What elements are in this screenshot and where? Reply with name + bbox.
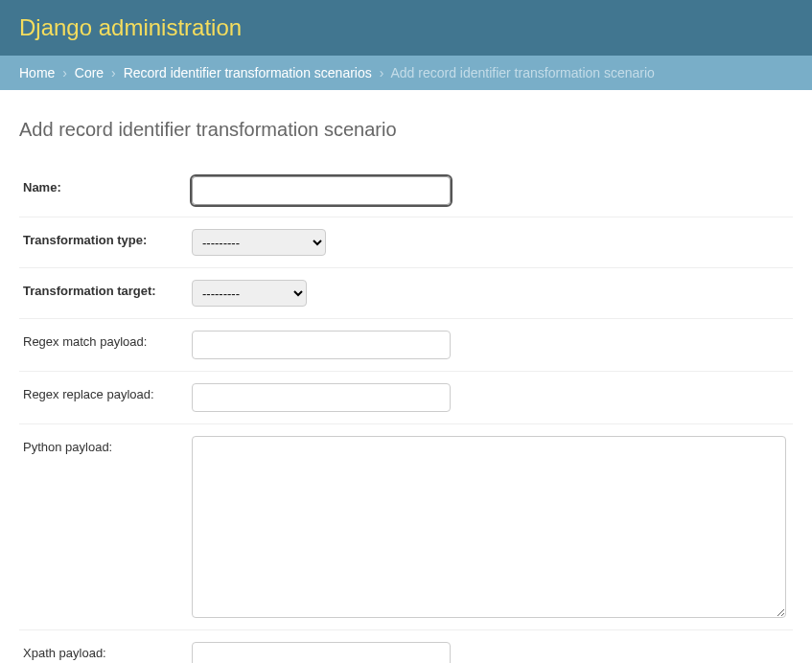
regex-replace-input[interactable]	[192, 383, 451, 412]
regex-match-label: Regex match payload:	[19, 331, 192, 349]
page-title: Add record identifier transformation sce…	[19, 119, 793, 141]
form-row-name: Name:	[19, 165, 793, 217]
breadcrumb-separator: ›	[62, 65, 67, 80]
form-row-transformation-target: Transformation target: ---------	[19, 268, 793, 319]
transformation-target-select[interactable]: ---------	[192, 280, 307, 307]
python-payload-label: Python payload:	[19, 436, 192, 454]
transformation-type-select[interactable]: ---------	[192, 229, 326, 256]
form-row-python-payload: Python payload:	[19, 424, 793, 630]
breadcrumb-separator: ›	[380, 65, 384, 80]
regex-match-input[interactable]	[192, 331, 451, 359]
breadcrumb-current: Add record identifier transformation sce…	[390, 65, 654, 80]
name-label: Name:	[19, 176, 192, 194]
form-row-xpath-payload: Xpath payload:	[19, 630, 793, 663]
name-input[interactable]	[192, 176, 451, 205]
xpath-payload-input[interactable]	[192, 642, 451, 663]
python-payload-textarea[interactable]	[192, 436, 786, 618]
breadcrumbs: Home › Core › Record identifier transfor…	[0, 56, 812, 90]
breadcrumb-app[interactable]: Core	[75, 65, 104, 80]
breadcrumb-model[interactable]: Record identifier transformation scenari…	[124, 65, 372, 80]
xpath-payload-label: Xpath payload:	[19, 642, 192, 660]
content-main: Add record identifier transformation sce…	[0, 90, 812, 663]
form-row-regex-match: Regex match payload:	[19, 319, 793, 372]
breadcrumb-separator: ›	[111, 65, 116, 80]
form-row-regex-replace: Regex replace payload:	[19, 372, 793, 424]
regex-replace-label: Regex replace payload:	[19, 383, 192, 401]
breadcrumb-home[interactable]: Home	[19, 65, 55, 80]
transformation-type-label: Transformation type:	[19, 229, 192, 247]
site-header: Django administration	[0, 0, 812, 56]
transformation-target-label: Transformation target:	[19, 280, 192, 298]
form-row-transformation-type: Transformation type: ---------	[19, 217, 793, 268]
site-title: Django administration	[19, 14, 793, 41]
